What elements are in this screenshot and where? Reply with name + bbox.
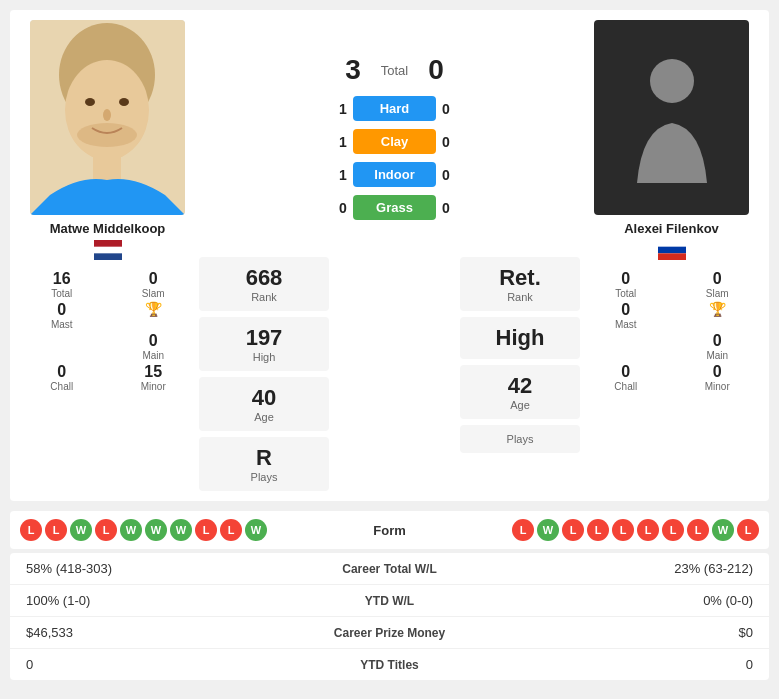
prize-p1: $46,533	[26, 625, 300, 640]
middle-comparison: 3 Total 0 1 Hard 0 1 Clay 0 1 Indoor 0 0…	[333, 20, 456, 491]
player2-high-box: High	[460, 317, 580, 359]
surface-p2-num: 0	[436, 167, 456, 183]
player1-total: 16 Total	[20, 270, 104, 299]
surface-row-indoor: 1 Indoor 0	[333, 160, 456, 189]
form-bubble-l: L	[737, 519, 759, 541]
form-bubble-l: L	[20, 519, 42, 541]
svg-point-5	[103, 109, 111, 121]
player2-name: Alexei Filenkov	[624, 221, 719, 236]
player2-rank-box: Ret. Rank	[460, 257, 580, 311]
player2-total: 0 Total	[584, 270, 668, 299]
totals-row: 3 Total 0	[345, 54, 444, 86]
surface-p1-num: 1	[333, 101, 353, 117]
player1-photo	[30, 20, 185, 215]
form-bubble-w: W	[245, 519, 267, 541]
player2-chall: 0 Chall	[584, 363, 668, 392]
form-bubble-l: L	[512, 519, 534, 541]
player1-main: 0 Main	[112, 332, 196, 361]
player1-center-stats: 668 Rank 197 High 40 Age R Plays	[199, 20, 329, 491]
player2-mast: 0 Mast	[584, 301, 668, 330]
surface-p2-num: 0	[436, 101, 456, 117]
form-bubble-l: L	[587, 519, 609, 541]
surface-p2-num: 0	[436, 134, 456, 150]
player2-plays-box: Plays	[460, 425, 580, 453]
form-bubble-l: L	[637, 519, 659, 541]
player1-minor: 15 Minor	[112, 363, 196, 392]
ytd-wl-row: 100% (1-0) YTD W/L 0% (0-0)	[10, 585, 769, 617]
player1-age-box: 40 Age	[199, 377, 329, 431]
form-bubble-l: L	[95, 519, 117, 541]
form-bubble-w: W	[170, 519, 192, 541]
player1-chall: 0 Chall	[20, 363, 104, 392]
surface-row-clay: 1 Clay 0	[333, 127, 456, 156]
player1-avatar-svg	[30, 20, 185, 215]
player1-trophy: 🏆	[112, 301, 196, 330]
player1-plays-box: R Plays	[199, 437, 329, 491]
form-bubble-w: W	[712, 519, 734, 541]
main-comparison-card: Matwe Middelkoop 16 Total 0 Slam 0 Mast	[10, 10, 769, 501]
player1-form-bubbles: LLWLWWWLLW	[20, 519, 267, 541]
surface-p1-num: 1	[333, 167, 353, 183]
svg-point-4	[119, 98, 129, 106]
surface-p1-num: 1	[333, 134, 353, 150]
surface-badge-grass: Grass	[353, 195, 436, 220]
ytd-wl-p2: 0% (0-0)	[480, 593, 754, 608]
player1-high-box: 197 High	[199, 317, 329, 371]
career-stats-section: 58% (418-303) Career Total W/L 23% (63-2…	[10, 553, 769, 680]
svg-point-3	[85, 98, 95, 106]
career-wl-label: Career Total W/L	[300, 562, 480, 576]
surface-row-grass: 0 Grass 0	[333, 193, 456, 222]
svg-point-11	[650, 59, 694, 103]
player2-center-stats: Ret. Rank High 42 Age Plays	[460, 20, 580, 491]
nl-flag-icon	[94, 240, 122, 260]
form-bubble-l: L	[612, 519, 634, 541]
trophy-icon: 🏆	[145, 301, 162, 317]
form-bubble-l: L	[662, 519, 684, 541]
svg-rect-14	[658, 253, 686, 260]
player2-stats: 0 Total 0 Slam 0 Mast 🏆 0 Main 0 Chall	[584, 270, 759, 392]
form-bubble-w: W	[120, 519, 142, 541]
ytd-wl-p1: 100% (1-0)	[26, 593, 300, 608]
player1-name: Matwe Middelkoop	[50, 221, 166, 236]
surface-p2-num: 0	[436, 200, 456, 216]
form-bubble-l: L	[562, 519, 584, 541]
svg-rect-13	[658, 247, 686, 254]
svg-rect-10	[94, 253, 122, 260]
prize-p2: $0	[480, 625, 754, 640]
form-bubble-w: W	[537, 519, 559, 541]
player1-rank-box: 668 Rank	[199, 257, 329, 311]
prize-row: $46,533 Career Prize Money $0	[10, 617, 769, 649]
form-bubble-l: L	[220, 519, 242, 541]
surface-badge-hard: Hard	[353, 96, 436, 121]
player2-main: 0 Main	[676, 332, 760, 361]
form-bubble-l: L	[687, 519, 709, 541]
player2-column: Alexei Filenkov 0 Total 0 Slam 0 Mast �	[584, 20, 759, 491]
player1-slam: 0 Slam	[112, 270, 196, 299]
svg-rect-6	[93, 155, 121, 180]
surface-p1-num: 0	[333, 200, 353, 216]
player2-slam: 0 Slam	[676, 270, 760, 299]
player1-flag	[94, 240, 122, 264]
career-wl-p1: 58% (418-303)	[26, 561, 300, 576]
form-bubble-w: W	[145, 519, 167, 541]
form-section: LLWLWWWLLW Form LWLLLLLLWL	[10, 511, 769, 549]
player2-age-box: 42 Age	[460, 365, 580, 419]
form-bubble-w: W	[70, 519, 92, 541]
trophy2-icon: 🏆	[709, 301, 726, 317]
ru-flag-icon	[658, 240, 686, 260]
player1-mast: 0 Mast	[20, 301, 104, 330]
career-wl-p2: 23% (63-212)	[480, 561, 754, 576]
svg-rect-9	[94, 240, 122, 247]
surface-row-hard: 1 Hard 0	[333, 94, 456, 123]
surface-badge-clay: Clay	[353, 129, 436, 154]
form-label: Form	[275, 523, 504, 538]
titles-row: 0 YTD Titles 0	[10, 649, 769, 680]
player2-photo	[594, 20, 749, 215]
player2-silhouette-icon	[632, 53, 712, 183]
player2-minor: 0 Minor	[676, 363, 760, 392]
surface-rows: 1 Hard 0 1 Clay 0 1 Indoor 0 0 Grass 0	[333, 94, 456, 222]
player1-column: Matwe Middelkoop 16 Total 0 Slam 0 Mast	[20, 20, 195, 491]
prize-label: Career Prize Money	[300, 626, 480, 640]
svg-point-7	[77, 123, 137, 147]
player2-flag	[658, 240, 686, 264]
